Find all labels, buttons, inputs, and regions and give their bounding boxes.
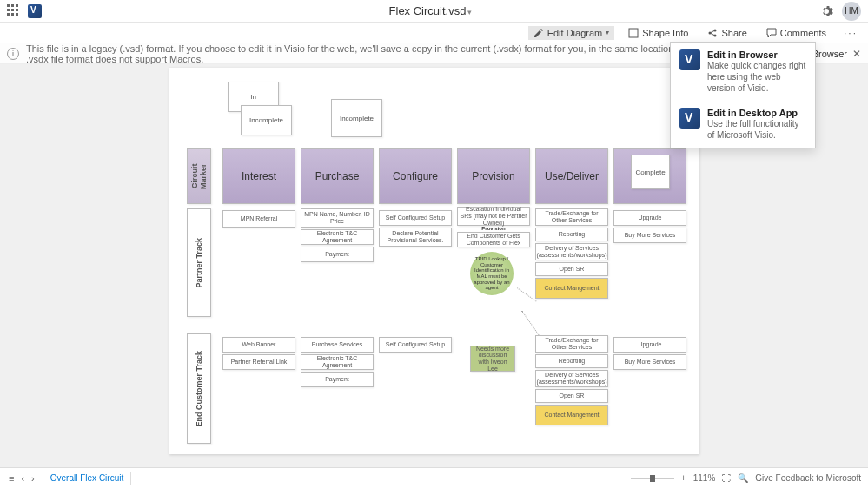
shape-etc2[interactable]: Electronic T&C Agreement xyxy=(301,354,374,370)
feedback-link[interactable]: Give Feedback to Microsoft xyxy=(755,473,861,483)
shape-buy-more2[interactable]: Buy More Services xyxy=(613,354,686,370)
edit-diagram-button[interactable]: Edit Diagram ▾ xyxy=(528,26,615,40)
shape-trade[interactable]: Trade/Exchange for Other Services xyxy=(535,208,608,226)
shape-payment2[interactable]: Payment xyxy=(301,372,374,387)
sheet-tab[interactable]: Overall Flex Circuit xyxy=(43,472,131,485)
shape-reporting[interactable]: Reporting xyxy=(535,228,608,241)
zoom-slider[interactable] xyxy=(631,478,674,479)
share-button[interactable]: Share xyxy=(702,26,752,40)
share-icon xyxy=(707,28,718,38)
shape-delivery2[interactable]: Delivery of Services (assessments/worksh… xyxy=(535,370,608,387)
user-avatar[interactable]: HM xyxy=(842,2,861,21)
chevron-down-icon: ▾ xyxy=(606,29,609,36)
shape-upgrade[interactable]: Upgrade xyxy=(613,210,686,226)
svg-point-2 xyxy=(714,29,717,31)
dropdown-title: Edit in Browser xyxy=(707,49,806,60)
shape-mpn-name[interactable]: MPN Name, Number, ID Price xyxy=(301,208,374,228)
shape-trade2[interactable]: Trade/Exchange for Other Services xyxy=(535,335,608,353)
settings-icon[interactable] xyxy=(819,4,833,18)
shape-purchase-svc[interactable]: Purchase Services xyxy=(301,337,374,353)
dropdown-title: Edit in Desktop App xyxy=(707,108,806,118)
phase-provision[interactable]: Provision xyxy=(457,148,530,204)
shape-reporting2[interactable]: Reporting xyxy=(535,354,608,368)
more-menu[interactable]: ··· xyxy=(840,27,861,39)
phase-configure[interactable]: Configure xyxy=(379,148,452,204)
dropdown-desc: Use the full functionality of Microsoft … xyxy=(707,118,806,141)
zoom-level[interactable]: 111% xyxy=(693,473,716,483)
shape-buy-more[interactable]: Buy More Services xyxy=(613,228,686,243)
shape-web-banner[interactable]: Web Banner xyxy=(222,337,295,353)
zoom-out[interactable]: − xyxy=(619,473,624,483)
shape-payment[interactable]: Payment xyxy=(301,247,374,262)
shape-upgrade2[interactable]: Upgrade xyxy=(613,337,686,353)
connector xyxy=(514,286,536,301)
visio-icon xyxy=(679,108,700,129)
zoom-in[interactable]: + xyxy=(681,473,686,483)
info-icon: i xyxy=(7,48,19,60)
status-bar: ≡ ‹ › Overall Flex Circuit − + 111% ⛶ 🔍 … xyxy=(0,467,868,488)
fit-to-window-icon[interactable]: ⛶ xyxy=(722,473,731,483)
shape-needs-discussion[interactable]: Needs more discussion with Iweon Lee xyxy=(470,346,515,372)
dropdown-desc: Make quick changes right here using the … xyxy=(707,60,806,94)
visio-app-icon[interactable] xyxy=(28,4,42,18)
toolbar: Edit Diagram ▾ Shape Info Share Comments… xyxy=(0,23,868,43)
page: In Incomplete Incomplete Circuit Marker … xyxy=(169,68,699,454)
comment-icon xyxy=(766,28,777,38)
shape-info-icon xyxy=(628,28,639,38)
comments-button[interactable]: Comments xyxy=(761,26,832,40)
chevron-down-icon: ▾ xyxy=(467,8,472,16)
prev-sheet[interactable]: ‹ xyxy=(19,473,26,484)
edit-in-browser-option[interactable]: Edit in Browser Make quick changes right… xyxy=(671,43,815,101)
svg-point-3 xyxy=(714,34,717,36)
phase-purchase[interactable]: Purchase xyxy=(301,148,374,204)
next-sheet[interactable]: › xyxy=(30,473,36,484)
edit-diagram-dropdown: Edit in Browser Make quick changes right… xyxy=(670,42,816,148)
edit-in-desktop-option[interactable]: Edit in Desktop App Use the full functio… xyxy=(671,101,815,148)
shape-end-customer[interactable]: End Customer Gets Components of Flex xyxy=(457,232,530,247)
shape-complete[interactable]: Complete xyxy=(631,155,670,189)
svg-point-1 xyxy=(709,31,712,34)
shape-escalation[interactable]: Escalation Individual SRs (may not be Pa… xyxy=(457,207,530,226)
shape-self-config2[interactable]: Self Configured Setup xyxy=(379,337,452,353)
sheet-list-icon[interactable]: ≡ xyxy=(7,473,16,484)
shape-incomplete[interactable]: Incomplete xyxy=(331,99,382,137)
shape-delivery[interactable]: Delivery of Services (assessments/worksh… xyxy=(535,243,608,260)
sheet-nav: ≡ ‹ › xyxy=(7,473,36,484)
shape-contact-mgmt[interactable]: Contact Mangement xyxy=(535,278,608,299)
shape-open-sr2[interactable]: Open SR xyxy=(535,389,608,403)
pencil-icon xyxy=(533,28,544,38)
phase-use-deliver[interactable]: Use/Deliver xyxy=(535,148,608,204)
shape-declare[interactable]: Declare Potential Provisional Services. xyxy=(379,228,452,247)
app-launcher-icon[interactable] xyxy=(7,4,21,18)
shape-mpn-referral[interactable]: MPN Referral xyxy=(222,210,295,228)
provision-label: Provision xyxy=(457,226,530,231)
track-partner[interactable]: Partner Track xyxy=(187,208,211,317)
shape-contact-mgmt2[interactable]: Contact Mangement xyxy=(535,405,608,425)
document-title[interactable]: Flex Circuit.vsd▾ xyxy=(42,4,819,17)
shape-info-button[interactable]: Shape Info xyxy=(623,26,693,40)
track-end-customer[interactable]: End Customer Track xyxy=(187,333,211,444)
pan-icon[interactable]: 🔍 xyxy=(738,473,748,483)
phase-interest[interactable]: Interest xyxy=(222,148,295,204)
shape-tpid-lookup[interactable]: TPID Lookup / Customer Identification in… xyxy=(470,252,514,295)
track-circuit-marker[interactable]: Circuit Marker xyxy=(187,148,211,204)
close-icon[interactable]: ✕ xyxy=(852,48,861,60)
shape-open-sr[interactable]: Open SR xyxy=(535,262,608,276)
shape-incomplete[interactable]: Incomplete xyxy=(241,105,292,135)
shape-etc[interactable]: Electronic T&C Agreement xyxy=(301,229,374,245)
shape-self-config[interactable]: Self Configured Setup xyxy=(379,210,452,226)
shape-partner-ref[interactable]: Partner Referral Link xyxy=(222,354,295,370)
visio-icon xyxy=(679,49,700,70)
app-header: Flex Circuit.vsd▾ HM xyxy=(0,0,868,23)
svg-rect-0 xyxy=(629,29,638,37)
